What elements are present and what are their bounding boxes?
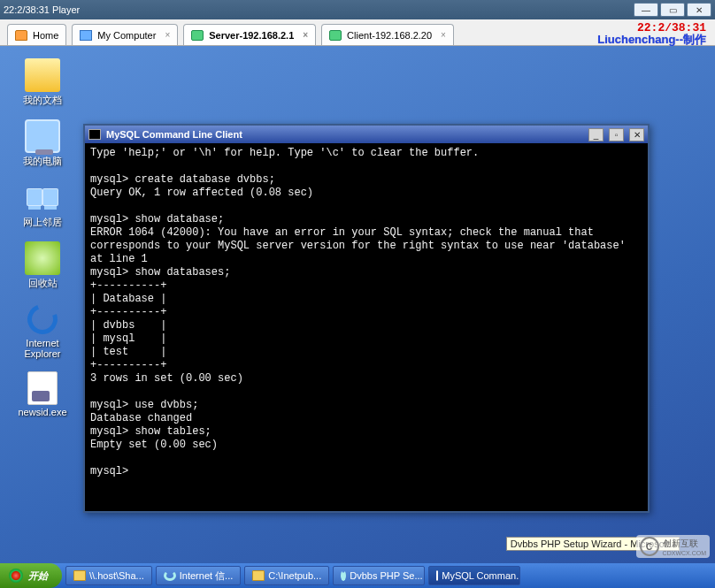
taskbar-item-label: C:\Inetpub... <box>268 570 321 581</box>
player-titlebar: 22:2/38:31 Player — ▭ ✕ <box>0 0 715 19</box>
console-icon <box>436 570 438 581</box>
ie-icon <box>341 570 346 581</box>
taskbar-item-mysql-client[interactable]: MySQL Comman... <box>428 566 520 585</box>
player-window-controls: — ▭ ✕ <box>634 3 711 17</box>
desktop-icon-mycomputer[interactable]: 我的电脑 <box>11 119 74 168</box>
desktop-icon-column: 我的文档 我的电脑 网上邻居 回收站 Internet Explorer new… <box>11 58 74 417</box>
tab-mycomputer[interactable]: My Computer × <box>72 24 178 45</box>
player-minimize-button[interactable]: — <box>634 3 658 17</box>
mysql-close-button[interactable]: ✕ <box>629 128 644 141</box>
author-credit: Liuchenchang--制作 <box>597 32 706 48</box>
documents-icon <box>25 58 60 92</box>
desktop-icon-label: 回收站 <box>28 277 58 290</box>
mysql-maximize-button[interactable]: ▫ <box>609 128 624 141</box>
tab-label: Client-192.168.2.20 <box>347 30 432 41</box>
desktop-icon-recyclebin[interactable]: 回收站 <box>11 241 74 290</box>
taskbar-item-label: MySQL Comman... <box>442 570 520 581</box>
server-icon <box>191 30 204 41</box>
desktop-icon-label: newsid.exe <box>18 407 66 417</box>
folder-icon <box>252 570 265 581</box>
taskbar-item-label: Dvbbs PHP Se... <box>350 570 422 581</box>
internet-explorer-icon <box>22 299 62 339</box>
recycle-bin-icon <box>25 241 60 275</box>
mysql-console-output[interactable]: Type 'help;' or '\h' for help. Type '\c'… <box>85 143 648 511</box>
desktop-icon-newsid[interactable]: newsid.exe <box>11 371 74 417</box>
taskbar-item-dvbbs-wizard[interactable]: Dvbbs PHP Se... <box>333 566 425 585</box>
remote-desktop: 我的文档 我的电脑 网上邻居 回收站 Internet Explorer new… <box>0 46 715 588</box>
folder-icon <box>73 570 86 581</box>
desktop-icon-label: 我的电脑 <box>23 155 62 168</box>
tab-close-icon[interactable]: × <box>165 30 170 40</box>
tab-server[interactable]: Server-192.168.2.1 × <box>183 24 316 45</box>
desktop-icon-label: 我的文档 <box>23 94 62 107</box>
tab-label: Server-192.168.2.1 <box>209 30 294 41</box>
desktop-icon-network[interactable]: 网上邻居 <box>11 180 74 229</box>
tab-close-icon[interactable]: × <box>441 30 446 40</box>
player-close-button[interactable]: ✕ <box>687 3 711 17</box>
start-button[interactable]: 开始 <box>0 563 62 588</box>
taskbar: 开始 \\.host\Sha... Internet 信... C:\Inetp… <box>0 563 715 588</box>
exe-file-icon <box>27 371 58 405</box>
desktop-icon-documents[interactable]: 我的文档 <box>11 58 74 107</box>
mysql-minimize-button[interactable]: _ <box>588 128 604 141</box>
ie-icon <box>164 570 176 581</box>
mysql-client-window: MySQL Command Line Client _ ▫ ✕ Type 'he… <box>83 124 650 513</box>
console-icon <box>88 129 101 140</box>
taskbar-item-folder-host[interactable]: \\.host\Sha... <box>65 566 152 585</box>
start-label: 开始 <box>28 569 48 583</box>
player-maximize-button[interactable]: ▭ <box>660 3 685 17</box>
taskbar-item-label: Internet 信... <box>180 569 234 583</box>
windows-logo-icon <box>9 569 23 583</box>
tab-client[interactable]: Client-192.168.2.20 × <box>321 24 454 45</box>
desktop-icon-label: Internet Explorer <box>11 338 74 359</box>
watermark-brand: 创新互联 <box>663 538 706 550</box>
watermark-logo-icon: C <box>640 537 659 556</box>
mysql-window-title: MySQL Command Line Client <box>106 129 583 140</box>
watermark: C 创新互联 CDXWCX.COM <box>636 535 710 558</box>
tab-label: My Computer <box>97 30 156 41</box>
network-icon <box>25 180 60 214</box>
taskbar-item-label: \\.host\Sha... <box>89 570 144 581</box>
taskbar-item-folder-inetpub[interactable]: C:\Inetpub... <box>244 566 329 585</box>
player-title: 22:2/38:31 Player <box>4 4 634 15</box>
watermark-sub: CDXWCX.COM <box>663 550 706 556</box>
home-icon <box>15 30 27 41</box>
computer-icon <box>25 119 60 153</box>
mysql-titlebar[interactable]: MySQL Command Line Client _ ▫ ✕ <box>85 126 648 143</box>
taskbar-item-ie[interactable]: Internet 信... <box>156 566 242 585</box>
tab-close-icon[interactable]: × <box>303 30 308 40</box>
tab-home[interactable]: Home <box>7 24 66 45</box>
mycomputer-icon <box>80 30 92 41</box>
desktop-icon-ie[interactable]: Internet Explorer <box>11 302 74 359</box>
desktop-icon-label: 网上邻居 <box>23 216 62 229</box>
tab-label: Home <box>33 30 58 41</box>
client-icon <box>329 30 342 41</box>
